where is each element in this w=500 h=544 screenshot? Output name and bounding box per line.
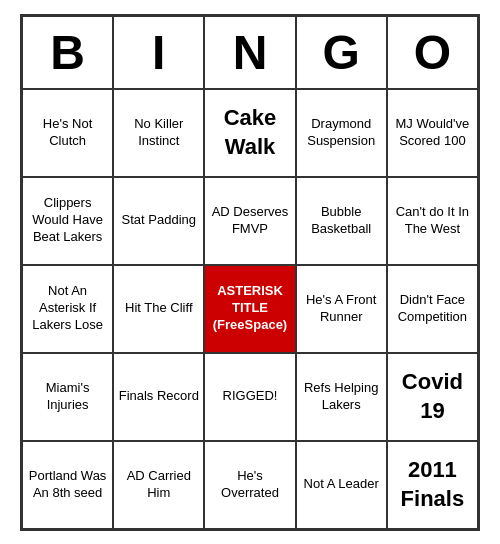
bingo-cell[interactable]: Stat Padding (113, 177, 204, 265)
bingo-cell[interactable]: AD Carried Him (113, 441, 204, 529)
bingo-header-letter: G (296, 16, 387, 89)
bingo-cell[interactable]: He's Overrated (204, 441, 295, 529)
bingo-cell[interactable]: Clippers Would Have Beat Lakers (22, 177, 113, 265)
bingo-cell[interactable]: Can't do It In The West (387, 177, 478, 265)
bingo-cell[interactable]: 2011 Finals (387, 441, 478, 529)
bingo-cell[interactable]: Hit The Cliff (113, 265, 204, 353)
bingo-header-letter: O (387, 16, 478, 89)
bingo-cell[interactable]: Finals Record (113, 353, 204, 441)
bingo-cell[interactable]: Refs Helping Lakers (296, 353, 387, 441)
bingo-header-letter: I (113, 16, 204, 89)
bingo-cell[interactable]: AD Deserves FMVP (204, 177, 295, 265)
bingo-cell[interactable]: Portland Was An 8th seed (22, 441, 113, 529)
bingo-cell[interactable]: Draymond Suspension (296, 89, 387, 177)
bingo-cell[interactable]: Not A Leader (296, 441, 387, 529)
bingo-cell[interactable]: No Killer Instinct (113, 89, 204, 177)
bingo-cell[interactable]: Didn't Face Competition (387, 265, 478, 353)
bingo-cell[interactable]: He's A Front Runner (296, 265, 387, 353)
bingo-header-letter: N (204, 16, 295, 89)
bingo-cell[interactable]: Not An Asterisk If Lakers Lose (22, 265, 113, 353)
bingo-cell[interactable]: MJ Would've Scored 100 (387, 89, 478, 177)
bingo-cell[interactable]: Miami's Injuries (22, 353, 113, 441)
bingo-card: BINGO He's Not ClutchNo Killer InstinctC… (20, 14, 480, 531)
bingo-cell[interactable]: Bubble Basketball (296, 177, 387, 265)
bingo-cell[interactable]: ASTERISK TITLE (FreeSpace) (204, 265, 295, 353)
bingo-cell[interactable]: RIGGED! (204, 353, 295, 441)
bingo-cell[interactable]: Cake Walk (204, 89, 295, 177)
bingo-header-letter: B (22, 16, 113, 89)
bingo-cell[interactable]: Covid 19 (387, 353, 478, 441)
bingo-grid: He's Not ClutchNo Killer InstinctCake Wa… (22, 89, 478, 529)
bingo-cell[interactable]: He's Not Clutch (22, 89, 113, 177)
bingo-header: BINGO (22, 16, 478, 89)
